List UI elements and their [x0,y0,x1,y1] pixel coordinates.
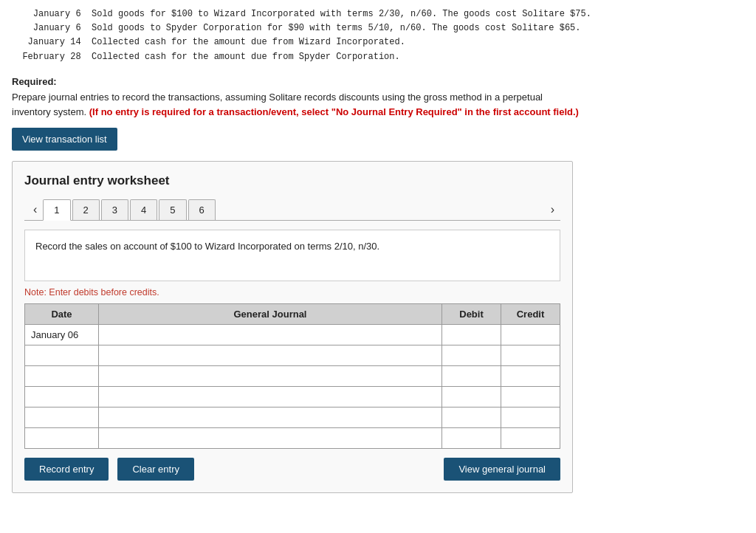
intro-line2: January 6 Sold goods to Spyder Corporati… [12,23,581,33]
tab-6[interactable]: 6 [188,199,216,220]
table-row-journal-input-3[interactable] [99,387,441,407]
required-label: Required: [12,76,57,87]
table-row-date-0: January 06 [25,325,99,345]
table-row [25,387,560,408]
th-debit: Debit [442,304,501,325]
table-row-journal-input-5[interactable] [99,428,441,448]
journal-table: Date General Journal Debit Credit Januar… [24,303,560,449]
table-row [25,408,560,428]
table-row-debit-input-0[interactable] [442,325,501,345]
table-row-credit-input-1[interactable] [501,345,560,365]
table-row-debit-input-1[interactable] [442,345,501,365]
tab-5[interactable]: 5 [159,199,186,220]
required-text2: inventory system. [12,106,89,117]
table-row-journal-input-0[interactable] [99,325,441,345]
tab-4[interactable]: 4 [130,199,157,220]
clear-entry-button[interactable]: Clear entry [117,458,194,481]
intro-text-block: January 6 Sold goods for $100 to Wizard … [12,7,744,64]
table-row [25,366,560,387]
th-credit: Credit [501,304,560,325]
th-date: Date [25,304,99,325]
intro-line1: January 6 Sold goods for $100 to Wizard … [12,9,591,19]
table-row-journal-input-1[interactable] [99,345,441,365]
table-row [25,345,560,366]
task-description: Record the sales on account of $100 to W… [24,230,560,281]
table-row: January 06 [25,325,560,345]
table-row-date-input-1[interactable] [25,345,98,365]
th-general-journal: General Journal [99,304,442,325]
record-entry-button[interactable]: Record entry [24,458,109,481]
tab-next-arrow[interactable]: › [545,200,560,219]
table-row-journal-input-4[interactable] [99,408,441,427]
table-row-debit-input-2[interactable] [442,366,501,386]
required-red-text: (If no entry is required for a transacti… [89,106,579,117]
note-text: Note: Enter debits before credits. [24,287,560,298]
view-general-journal-button[interactable]: View general journal [444,458,560,481]
intro-line3: January 14 Collected cash for the amount… [12,37,405,47]
table-row-credit-input-5[interactable] [501,428,560,448]
table-row-debit-input-5[interactable] [442,428,501,448]
table-row-credit-input-3[interactable] [501,387,560,407]
table-row-date-input-3[interactable] [25,387,98,407]
table-row-date-input-5[interactable] [25,428,98,448]
table-row-credit-input-2[interactable] [501,366,560,386]
worksheet-container: Journal entry worksheet ‹ 1 2 3 4 5 6 › … [12,161,573,493]
tab-3[interactable]: 3 [101,199,128,220]
task-description-text: Record the sales on account of $100 to W… [35,241,379,252]
table-row-credit-input-0[interactable] [501,325,560,345]
table-row-date-input-2[interactable] [25,366,98,386]
table-row-journal-input-2[interactable] [99,366,441,386]
table-row [25,428,560,449]
tab-1[interactable]: 1 [43,199,70,221]
bottom-buttons: Record entry Clear entry View general jo… [24,458,560,481]
table-row-debit-input-4[interactable] [442,408,501,427]
required-section: Required: Prepare journal entries to rec… [12,75,744,120]
view-transaction-button[interactable]: View transaction list [12,128,117,151]
required-text: Prepare journal entries to record the tr… [12,92,543,103]
tab-2[interactable]: 2 [72,199,100,220]
worksheet-title: Journal entry worksheet [24,173,560,188]
table-row-debit-input-3[interactable] [442,387,501,407]
table-row-credit-input-4[interactable] [501,408,560,427]
table-row-date-input-4[interactable] [25,408,98,427]
tabs-row: ‹ 1 2 3 4 5 6 › [24,199,560,221]
tab-prev-arrow[interactable]: ‹ [27,201,43,219]
intro-line4: February 28 Collected cash for the amoun… [12,52,400,62]
